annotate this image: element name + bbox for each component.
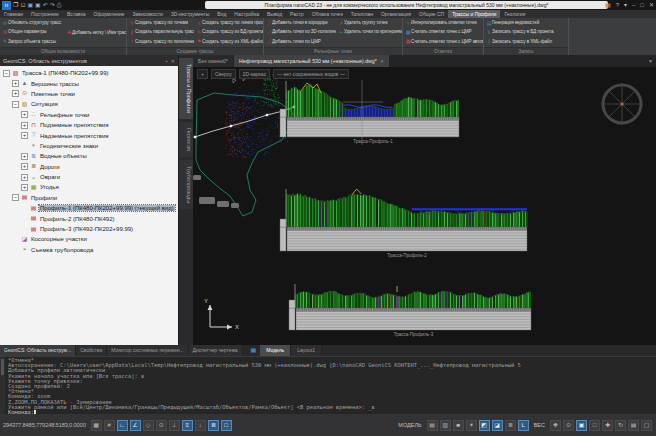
annotation-user-icon[interactable]: ☻ <box>453 420 464 431</box>
side-tab-2[interactable]: Геология <box>179 122 193 157</box>
ribbon-tab-5[interactable]: Зависимости <box>129 10 167 18</box>
tree-item[interactable]: ◪Косогорные участки <box>0 234 178 244</box>
grid-icon[interactable]: ▦ <box>91 420 102 431</box>
layout-tab[interactable]: Layout1 <box>291 345 322 356</box>
annotation-lamp-icon[interactable]: ☀ <box>466 420 477 431</box>
tree-expander-icon[interactable]: + <box>12 80 19 87</box>
read-marks-dem-button[interactable]: ▦Считать отметки точек с ЦМР <box>403 27 483 36</box>
generate-reports-button[interactable]: ▤Генерация ведомостей <box>484 18 568 27</box>
undo-icon[interactable]: ↶ <box>43 0 48 10</box>
tree-item[interactable]: +≋Водные объекты <box>0 151 178 161</box>
viewport-control-4[interactable]: — нет сохраненных видов — <box>273 69 349 79</box>
redo-icon[interactable]: ↷ <box>50 0 55 10</box>
ribbon-tab-11[interactable]: Облака точек <box>308 10 347 18</box>
add-points-corridor-button[interactable]: ╱Добавить точки в коридоре <box>264 18 336 27</box>
tree-item[interactable]: −▤Профили <box>0 193 178 203</box>
zoom-window-icon[interactable]: ▣ <box>576 420 587 431</box>
dynamic-ucs-icon[interactable]: ⊥ <box>169 420 180 431</box>
route-from-db-button[interactable]: ✎Создать трассу из БД проекта <box>194 27 263 36</box>
tree-item[interactable]: ▤Профиль-1 (ПК480-ПК202+99.99) (текущий … <box>0 203 178 213</box>
tree-expander-icon[interactable]: + <box>21 132 28 139</box>
route-by-polyline-button[interactable]: ⌇Создать трассу по полилинии <box>127 37 194 46</box>
dynamic-input-icon[interactable]: ≡ <box>182 420 193 431</box>
polar-tracking-icon[interactable]: ∠ <box>130 420 141 431</box>
ribbon-tab-14[interactable]: Общие СП <box>415 10 448 18</box>
read-marks-dem-auto-button[interactable]: ▦Считать отметки точек с ЦМР автом. <box>403 37 483 46</box>
tree-expander-icon[interactable]: − <box>12 194 19 201</box>
annotation-scale-icon[interactable]: ◩ <box>479 420 490 431</box>
new-file-icon[interactable]: ❐ <box>13 0 18 10</box>
viewport-control-3[interactable]: 2D-каркас <box>239 69 271 79</box>
lock-ui-icon[interactable]: L <box>518 420 529 431</box>
command-line-window[interactable]: *Отмена*Автосохранение: C:\Users\user\Ap… <box>0 356 656 414</box>
ortho-icon[interactable]: ∟ <box>117 420 128 431</box>
help-icon[interactable]: ? <box>616 0 619 10</box>
lineweight-icon[interactable]: ↓ <box>195 420 206 431</box>
tree-item[interactable]: ▤Профиль-2 (ПК480-ПК492) <box>0 213 178 223</box>
delete-point-group-button[interactable]: ✗Удалить группу точек <box>336 18 402 27</box>
tree-expander-icon[interactable]: + <box>21 122 28 129</box>
tree-item[interactable]: ⌖Геодезические знаки <box>0 141 178 151</box>
zoom-extents-icon[interactable]: □ <box>589 420 600 431</box>
save-all-icon[interactable]: ▣ <box>35 0 41 10</box>
tree-expander-icon[interactable]: + <box>12 90 19 97</box>
route-by-profile-button[interactable]: ∿Создать трассу по линии профиля <box>194 18 263 27</box>
close-tab-icon[interactable]: ✕ <box>380 55 384 67</box>
tree-item[interactable]: +▲Вершины трассы <box>0 78 178 88</box>
document-tab-1[interactable]: Без имени0* <box>193 55 233 67</box>
list-icon[interactable]: ≣ <box>505 420 516 431</box>
palette-tab-2[interactable]: Свойства <box>76 345 107 356</box>
tree-expander-icon[interactable]: − <box>12 101 19 108</box>
viewport-control-1[interactable]: + <box>197 69 208 79</box>
osnap-icon[interactable]: ◇ <box>143 420 154 431</box>
open-file-icon[interactable]: ⊡ <box>20 0 25 10</box>
tree-item[interactable]: ▤Профиль-3 (ПК492-ПК202+99.99) <box>0 224 178 234</box>
tree-item[interactable]: +⊙Пикетные точки <box>0 89 178 99</box>
ribbon-tab-6[interactable]: 3D-инструменты <box>167 10 213 18</box>
zoom-icon[interactable]: ⊙ <box>563 420 574 431</box>
tree-item[interactable]: −▧Ситуация <box>0 99 178 109</box>
save-icon[interactable]: ▣ <box>27 0 33 10</box>
tree-item[interactable]: +⊤Надземные препятствия <box>0 130 178 140</box>
ribbon-tab-2[interactable]: Построение <box>27 10 63 18</box>
viewport-control-2[interactable]: Сверху <box>211 69 236 79</box>
model-tab[interactable]: Модель <box>260 345 291 356</box>
tree-item[interactable]: +⊓Подземные препятствия <box>0 120 178 130</box>
ribbon-tab-15[interactable]: Трассы и Профили <box>448 10 500 18</box>
ribbon-tab-13[interactable]: Организация <box>377 10 415 18</box>
ribbon-tab-1[interactable]: Главная <box>0 10 27 18</box>
tree-expander-icon[interactable]: + <box>21 163 28 170</box>
ribbon-tab-8[interactable]: Настройка <box>230 10 263 18</box>
ribbon-tab-9[interactable]: Вывод <box>263 10 286 18</box>
query-object-button[interactable]: ✎Запрос объекта трассы <box>0 37 64 46</box>
drawing-area[interactable]: Трасса-Профиль-1Трасса-Профиль-2Трасса-П… <box>193 55 656 345</box>
layout-sheet2-icon[interactable]: ▥ <box>440 420 451 431</box>
scrollbar-thumb[interactable] <box>1 359 4 375</box>
sheets-icon[interactable]: ▤ <box>628 420 639 431</box>
plot-icon[interactable]: ⎙ <box>57 0 62 10</box>
palette-tab-3[interactable]: Монитор системных перемен... <box>107 345 188 356</box>
route-from-xml-button[interactable]: ⚑Создать трассу из XML-файла <box>194 37 263 46</box>
ribbon-tab-12[interactable]: Топоплан <box>347 10 377 18</box>
refresh-button[interactable]: ⟳Обновить структуру трасс <box>0 18 64 27</box>
hand-pan-icon[interactable]: ❖ <box>550 420 561 431</box>
palette-tab-1[interactable]: GeoniCS: Область инструм... <box>0 345 76 356</box>
tree-expander-icon[interactable]: + <box>21 153 28 160</box>
app-logo-icon[interactable]: n <box>2 1 11 10</box>
add-points-3d-button[interactable]: ╱Добавить точки по 3D-полилинии <box>264 27 336 36</box>
route-by-points-button[interactable]: ✎Создать трассу по точкам <box>127 18 194 27</box>
delete-points-criteria-button[interactable]: ✁Удалить точки по критериям <box>336 27 402 36</box>
tree-expander-icon[interactable]: + <box>21 184 28 191</box>
tab-overflow-icon[interactable]: ▼ <box>648 55 653 67</box>
close-icon[interactable]: ✕ <box>171 58 175 64</box>
pan-icon[interactable]: ✚ <box>602 420 613 431</box>
tree-expander-icon[interactable]: + <box>21 111 28 118</box>
quick-properties-icon[interactable]: □ <box>221 420 232 431</box>
tree-item[interactable]: +≣Дороги <box>0 162 178 172</box>
lineweight-label[interactable]: ВЕС <box>534 422 545 428</box>
write-route-xml-button[interactable]: ⇩Записать трассу в XML-файл <box>484 37 568 46</box>
orbit-icon[interactable]: ↻ <box>615 420 626 431</box>
ribbon-tab-7[interactable]: Вид <box>213 10 230 18</box>
ribbon-tab-16[interactable]: Геология <box>500 10 529 18</box>
document-tab-2[interactable]: Нефтепровод магистральный 530 мм (+накло… <box>234 55 389 67</box>
